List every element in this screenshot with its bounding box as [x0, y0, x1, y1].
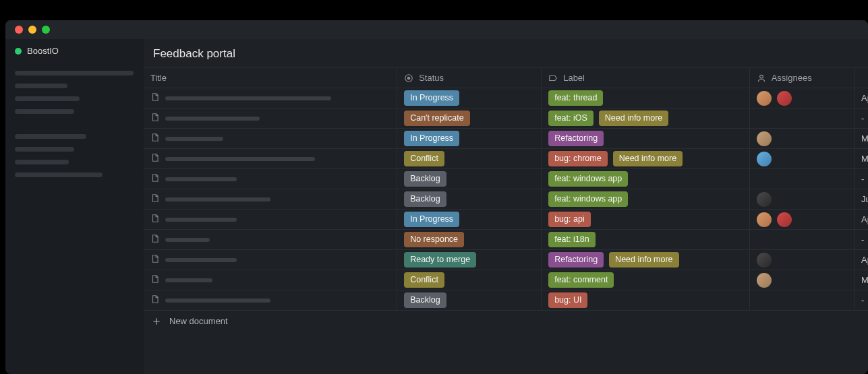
cell-assignees[interactable]: [750, 108, 855, 128]
cell-title[interactable]: [144, 230, 397, 249]
avatar[interactable]: [757, 192, 772, 207]
sidebar-item[interactable]: [15, 147, 74, 152]
table-row[interactable]: Conflictbug: chromeNeed info moreM: [144, 148, 868, 168]
cell-label[interactable]: feat: i18n: [542, 230, 750, 249]
label-pill: feat: i18n: [548, 232, 595, 247]
table-row[interactable]: In Progressbug: apiAp: [144, 209, 868, 229]
cell-status[interactable]: In Progress: [397, 129, 542, 148]
cell-title[interactable]: [144, 149, 397, 168]
col-date[interactable]: [855, 68, 868, 88]
sidebar-item[interactable]: [15, 173, 103, 177]
cell-title[interactable]: [144, 290, 397, 310]
window-minimize-dot[interactable]: [28, 26, 36, 34]
table-row[interactable]: In Progressfeat: threadAp: [144, 88, 868, 108]
cell-label[interactable]: feat: windows app: [542, 169, 750, 189]
table-row[interactable]: No responcefeat: i18n-: [144, 229, 868, 249]
cell-status[interactable]: In Progress: [397, 88, 542, 108]
cell-status[interactable]: Can't replicate: [397, 108, 542, 128]
cell-date[interactable]: Ap: [855, 88, 868, 108]
cell-assignees[interactable]: [750, 290, 855, 310]
cell-assignees[interactable]: [750, 230, 855, 249]
cell-label[interactable]: RefactoringNeed info more: [542, 250, 750, 270]
status-pill: Backlog: [404, 171, 446, 186]
col-status[interactable]: Status: [397, 68, 542, 88]
table-row[interactable]: Conflictfeat: commentM: [144, 270, 868, 290]
window-zoom-dot[interactable]: [42, 26, 50, 34]
sidebar-item[interactable]: [15, 160, 69, 164]
cell-assignees[interactable]: [750, 169, 855, 189]
cell-label[interactable]: feat: iOSNeed info more: [542, 108, 750, 128]
cell-title[interactable]: [144, 108, 397, 128]
avatar[interactable]: [757, 131, 772, 146]
avatar[interactable]: [757, 273, 772, 288]
cell-title[interactable]: [144, 189, 397, 209]
col-label[interactable]: Label: [542, 68, 750, 88]
workspace-switcher[interactable]: BoostIO: [15, 46, 134, 56]
cell-status[interactable]: Conflict: [397, 149, 542, 168]
cell-label[interactable]: feat: comment: [542, 270, 750, 290]
sidebar-item[interactable]: [15, 134, 86, 139]
cell-date[interactable]: M: [855, 270, 868, 290]
cell-status[interactable]: Backlog: [397, 290, 542, 310]
table-row[interactable]: Backlogfeat: windows app-: [144, 168, 868, 189]
cell-assignees[interactable]: [750, 250, 855, 270]
cell-status[interactable]: Ready to merge: [397, 250, 542, 270]
window-close-dot[interactable]: [15, 26, 23, 34]
cell-date[interactable]: -: [855, 230, 868, 249]
col-assignees-label: Assignees: [772, 73, 812, 83]
avatar[interactable]: [777, 91, 792, 106]
avatar[interactable]: [757, 152, 772, 166]
label-pill: Refactoring: [548, 252, 604, 267]
cell-title[interactable]: [144, 210, 397, 229]
table-row[interactable]: In ProgressRefactoringM: [144, 128, 868, 148]
avatar[interactable]: [757, 91, 772, 106]
cell-label[interactable]: bug: api: [542, 210, 750, 229]
col-title[interactable]: Title: [144, 68, 397, 88]
cell-date[interactable]: Ap: [855, 210, 868, 229]
sidebar-item[interactable]: [15, 109, 74, 114]
cell-date[interactable]: -: [855, 169, 868, 189]
cell-label[interactable]: feat: thread: [542, 88, 750, 108]
cell-status[interactable]: Conflict: [397, 270, 542, 290]
cell-assignees[interactable]: [750, 129, 855, 148]
sidebar-item[interactable]: [15, 84, 67, 88]
col-assignees[interactable]: Assignees: [750, 68, 855, 88]
cell-title[interactable]: [144, 129, 397, 148]
table-row[interactable]: Backlogbug: UI-: [144, 290, 868, 310]
sidebar-item[interactable]: [15, 71, 134, 75]
cell-date[interactable]: M: [855, 129, 868, 148]
presence-dot-icon: [15, 48, 22, 55]
date-value: Ju: [861, 194, 868, 204]
cell-date[interactable]: -: [855, 108, 868, 128]
cell-status[interactable]: Backlog: [397, 189, 542, 209]
cell-date[interactable]: M: [855, 149, 868, 168]
cell-label[interactable]: feat: windows app: [542, 189, 750, 209]
sidebar-item[interactable]: [15, 96, 80, 101]
cell-title[interactable]: [144, 169, 397, 189]
cell-date[interactable]: -: [855, 290, 868, 310]
cell-assignees[interactable]: [750, 88, 855, 108]
avatar[interactable]: [757, 212, 772, 227]
cell-date[interactable]: Ap: [855, 250, 868, 270]
cell-label[interactable]: bug: chromeNeed info more: [542, 149, 750, 168]
cell-assignees[interactable]: [750, 270, 855, 290]
table-row[interactable]: Ready to mergeRefactoringNeed info moreA…: [144, 249, 868, 270]
cell-label[interactable]: bug: UI: [542, 290, 750, 310]
avatar[interactable]: [757, 253, 772, 268]
cell-title[interactable]: [144, 250, 397, 270]
avatar[interactable]: [777, 212, 792, 227]
label-pill: Need info more: [613, 151, 683, 166]
cell-assignees[interactable]: [750, 210, 855, 229]
table-row[interactable]: Backlogfeat: windows appJu: [144, 189, 868, 209]
cell-status[interactable]: In Progress: [397, 210, 542, 229]
cell-assignees[interactable]: [750, 189, 855, 209]
table-row[interactable]: Can't replicatefeat: iOSNeed info more-: [144, 108, 868, 128]
cell-title[interactable]: [144, 88, 397, 108]
cell-assignees[interactable]: [750, 149, 855, 168]
new-document-row[interactable]: New document: [144, 310, 868, 332]
cell-status[interactable]: No responce: [397, 230, 542, 249]
cell-date[interactable]: Ju: [855, 189, 868, 209]
cell-title[interactable]: [144, 270, 397, 290]
cell-status[interactable]: Backlog: [397, 169, 542, 189]
cell-label[interactable]: Refactoring: [542, 129, 750, 148]
